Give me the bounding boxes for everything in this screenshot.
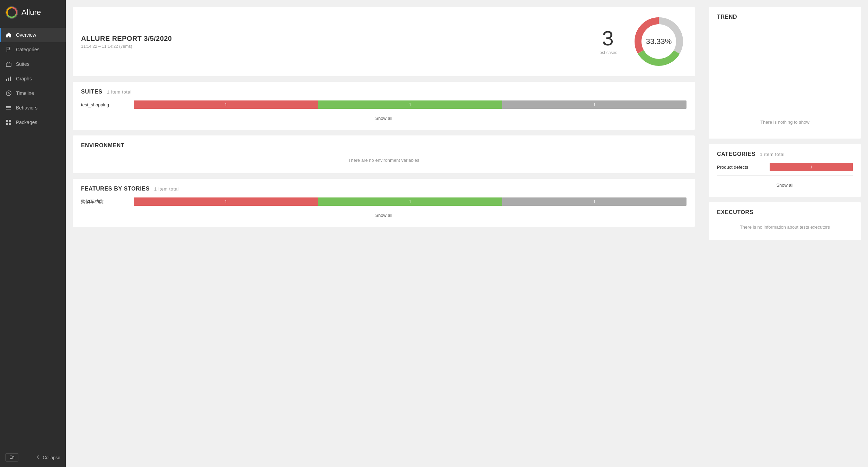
left-panel: ALLURE REPORT 3/5/2020 11:14:22 – 11:14:…: [66, 0, 702, 467]
report-stats: 3 test cases 33.33%: [599, 14, 687, 69]
categories-divider: [717, 175, 853, 176]
features-header: FEATURES BY STORIES 1 item total: [81, 186, 687, 192]
donut-percent-label: 33.33%: [646, 37, 672, 46]
test-count-number: 3: [599, 28, 617, 49]
suites-show-all[interactable]: Show all: [81, 114, 687, 123]
nav-label-overview: Overview: [16, 32, 36, 38]
categories-card: CATEGORIES 1 item total Product defects …: [709, 144, 861, 197]
nav-label-behaviors: Behaviors: [16, 105, 37, 111]
report-subtitle: 11:14:22 – 11:14:22 (78ms): [81, 44, 172, 49]
collapse-label: Collapse: [43, 455, 60, 460]
features-bar-track: 1 1 1: [134, 197, 687, 206]
suites-bar-green: 1: [318, 100, 502, 109]
executors-title: EXECUTORS: [717, 209, 753, 215]
features-item-name: 购物车功能: [81, 199, 130, 205]
sidebar-item-suites[interactable]: Suites: [0, 57, 66, 71]
features-bar-red: 1: [134, 197, 318, 206]
suites-bar-gray: 1: [502, 100, 687, 109]
home-icon: [6, 32, 12, 38]
trend-empty: There is nothing to show: [717, 26, 853, 132]
categories-count: 1 item total: [760, 152, 785, 157]
suites-card: SUITES 1 item total test_shopping 1 1 1 …: [73, 82, 695, 130]
svg-rect-12: [9, 123, 11, 125]
right-panel: TREND There is nothing to show CATEGORIE…: [702, 0, 868, 467]
allure-logo: [6, 6, 18, 19]
svg-rect-8: [6, 109, 11, 109]
nav-label-graphs: Graphs: [16, 76, 32, 81]
list-icon: [6, 105, 12, 111]
bar-chart-icon: [6, 76, 12, 82]
svg-rect-2: [6, 79, 7, 81]
environment-card: ENVIRONMENT There are no environment var…: [73, 135, 695, 173]
suites-count: 1 item total: [107, 89, 132, 95]
features-bar-green: 1: [318, 197, 502, 206]
environment-header: ENVIRONMENT: [81, 142, 687, 149]
categories-header: CATEGORIES 1 item total: [717, 151, 853, 157]
features-bar-gray: 1: [502, 197, 687, 206]
report-title: ALLURE REPORT 3/5/2020: [81, 35, 172, 43]
suites-title: SUITES: [81, 89, 103, 95]
sidebar: Allure Overview Categories Suites: [0, 0, 66, 467]
grid-icon: [6, 119, 12, 125]
sidebar-item-overview[interactable]: Overview: [0, 28, 66, 42]
trend-title: TREND: [717, 14, 737, 20]
sidebar-footer: En Collapse: [0, 448, 66, 467]
donut-chart: 33.33%: [631, 14, 687, 69]
features-card: FEATURES BY STORIES 1 item total 购物车功能 1…: [73, 179, 695, 227]
sidebar-nav: Overview Categories Suites Graphs: [0, 28, 66, 448]
features-title: FEATURES BY STORIES: [81, 186, 150, 192]
trend-empty-msg: There is nothing to show: [760, 120, 809, 125]
suites-bar-red: 1: [134, 100, 318, 109]
executors-empty: There is no information about tests exec…: [717, 221, 853, 233]
suites-bar-row: test_shopping 1 1 1: [81, 100, 687, 109]
categories-bar-row: Product defects 1: [717, 163, 853, 171]
report-info: ALLURE REPORT 3/5/2020 11:14:22 – 11:14:…: [81, 35, 172, 49]
categories-title: CATEGORIES: [717, 151, 755, 157]
executors-card: EXECUTORS There is no information about …: [709, 202, 861, 240]
features-show-all[interactable]: Show all: [81, 211, 687, 220]
main-content: ALLURE REPORT 3/5/2020 11:14:22 – 11:14:…: [66, 0, 868, 467]
svg-rect-10: [9, 120, 11, 122]
flag-icon: [6, 46, 12, 53]
suites-header: SUITES 1 item total: [81, 89, 687, 95]
sidebar-header: Allure: [0, 0, 66, 25]
sidebar-item-behaviors[interactable]: Behaviors: [0, 100, 66, 115]
svg-rect-1: [6, 63, 11, 67]
language-button[interactable]: En: [6, 453, 18, 461]
test-count-label: test cases: [599, 50, 617, 55]
nav-label-packages: Packages: [16, 120, 37, 125]
collapse-button[interactable]: Collapse: [36, 455, 60, 460]
sidebar-item-packages[interactable]: Packages: [0, 115, 66, 130]
suites-item-name: test_shopping: [81, 102, 130, 107]
svg-rect-7: [6, 107, 11, 108]
sidebar-item-timeline[interactable]: Timeline: [0, 86, 66, 100]
nav-label-suites: Suites: [16, 61, 29, 67]
trend-card: TREND There is nothing to show: [709, 7, 861, 139]
executors-header: EXECUTORS: [717, 209, 853, 215]
svg-rect-4: [10, 77, 11, 81]
environment-empty: There are no environment variables: [81, 154, 687, 166]
categories-show-all[interactable]: Show all: [717, 180, 853, 190]
features-bar-row: 购物车功能 1 1 1: [81, 197, 687, 206]
sidebar-item-graphs[interactable]: Graphs: [0, 71, 66, 86]
categories-bar-track: 1: [770, 163, 853, 171]
categories-bar-red: 1: [770, 163, 853, 171]
environment-title: ENVIRONMENT: [81, 142, 124, 148]
svg-rect-11: [6, 123, 8, 125]
nav-label-timeline: Timeline: [16, 90, 34, 96]
features-count: 1 item total: [154, 186, 179, 192]
sidebar-item-categories[interactable]: Categories: [0, 42, 66, 57]
test-count-block: 3 test cases: [599, 28, 617, 55]
svg-rect-9: [6, 120, 8, 122]
trend-header: TREND: [717, 14, 853, 20]
collapse-icon: [36, 455, 41, 460]
svg-rect-6: [6, 106, 11, 107]
sidebar-title: Allure: [21, 8, 41, 17]
suites-bar-track: 1 1 1: [134, 100, 687, 109]
svg-rect-3: [8, 78, 9, 81]
categories-item-name: Product defects: [717, 165, 765, 170]
nav-label-categories: Categories: [16, 47, 39, 52]
report-header-card: ALLURE REPORT 3/5/2020 11:14:22 – 11:14:…: [73, 7, 695, 76]
briefcase-icon: [6, 61, 12, 67]
clock-icon: [6, 90, 12, 96]
